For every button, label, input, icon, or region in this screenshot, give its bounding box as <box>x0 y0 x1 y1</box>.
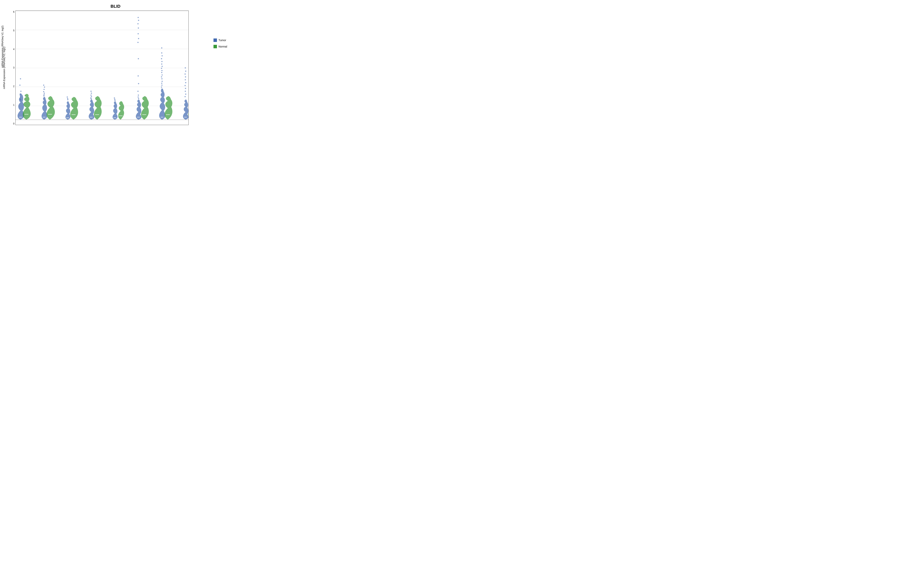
svg-point-32 <box>114 99 115 100</box>
svg-point-81 <box>185 93 186 95</box>
legend-normal-label: Normal <box>218 45 227 48</box>
y-tick-0: 0 <box>13 122 15 125</box>
svg-point-33 <box>114 100 115 101</box>
svg-point-40 <box>137 33 139 34</box>
svg-point-57 <box>162 66 163 67</box>
svg-point-72 <box>185 67 186 68</box>
y-tick-1: 1 <box>13 104 15 106</box>
svg-point-15 <box>43 95 44 97</box>
svg-point-65 <box>161 83 162 84</box>
legend-tumor: Tumor <box>213 39 227 42</box>
svg-point-48 <box>137 97 139 98</box>
svg-point-27 <box>90 91 92 92</box>
svg-point-77 <box>185 82 186 83</box>
svg-point-4 <box>20 97 21 98</box>
svg-point-11 <box>44 89 45 90</box>
svg-point-73 <box>185 71 186 72</box>
svg-point-23 <box>90 95 92 96</box>
svg-point-39 <box>138 27 139 29</box>
chart-title: BLID <box>0 0 231 11</box>
svg-point-69 <box>161 47 162 48</box>
svg-point-78 <box>184 85 186 86</box>
svg-point-75 <box>185 76 186 77</box>
svg-point-42 <box>137 42 139 43</box>
svg-point-12 <box>43 91 44 92</box>
svg-point-53 <box>162 55 163 56</box>
svg-point-68 <box>161 89 163 90</box>
svg-point-52 <box>161 52 162 53</box>
svg-point-47 <box>138 95 139 96</box>
svg-point-80 <box>185 91 186 92</box>
legend-normal: Normal <box>213 45 227 48</box>
y-tick-3: 3 <box>13 66 15 69</box>
svg-point-19 <box>67 98 68 99</box>
y-tick-2: 2 <box>13 85 15 88</box>
svg-point-6 <box>20 99 21 100</box>
svg-point-24 <box>91 96 92 97</box>
svg-point-62 <box>161 76 162 77</box>
svg-point-74 <box>184 74 186 75</box>
legend: Tumor Normal <box>213 39 227 48</box>
svg-point-36 <box>137 17 139 18</box>
svg-point-76 <box>185 79 186 81</box>
svg-point-3 <box>19 93 21 95</box>
svg-point-2 <box>20 91 21 92</box>
svg-point-59 <box>161 70 163 71</box>
svg-point-43 <box>138 58 139 59</box>
svg-point-79 <box>185 88 186 89</box>
svg-point-56 <box>161 63 162 64</box>
svg-point-46 <box>137 91 139 92</box>
svg-point-67 <box>161 87 162 88</box>
svg-point-54 <box>161 58 162 59</box>
svg-point-38 <box>137 23 139 24</box>
legend-normal-box <box>213 45 217 48</box>
chart-area: BLCA BRCA COAD HNSC KICH KIRC LUAD LUSC … <box>15 11 189 125</box>
svg-point-82 <box>184 96 186 97</box>
svg-point-49 <box>138 98 139 99</box>
svg-point-18 <box>66 97 68 98</box>
svg-point-31 <box>114 97 115 98</box>
y-axis-label: mRNA Expression (RNASeq V2, log2) <box>3 47 6 89</box>
y-tick-6: 6 <box>13 11 15 13</box>
y-axis-label-wrapper: mRNA Expression (RNASeq V2, log2) <box>3 11 6 125</box>
svg-point-1 <box>19 85 20 86</box>
legend-tumor-box <box>213 39 217 42</box>
svg-point-14 <box>44 94 45 95</box>
y-tick-4: 4 <box>13 48 15 51</box>
svg-point-13 <box>44 93 45 94</box>
svg-point-28 <box>91 93 92 94</box>
svg-point-61 <box>162 74 163 76</box>
chart-container: BLID mRNA Expression (RNASeq V2, log2) 6… <box>0 0 231 144</box>
svg-point-37 <box>138 20 139 21</box>
svg-point-0 <box>20 78 21 79</box>
svg-point-58 <box>161 68 162 69</box>
svg-point-66 <box>161 85 163 86</box>
svg-point-55 <box>161 61 163 62</box>
svg-point-45 <box>138 83 139 84</box>
svg-point-41 <box>138 38 139 39</box>
svg-point-64 <box>162 81 163 82</box>
svg-point-20 <box>67 99 68 100</box>
svg-point-9 <box>43 85 44 86</box>
legend-tumor-label: Tumor <box>218 39 226 42</box>
svg-point-60 <box>161 72 162 73</box>
y-tick-5: 5 <box>13 29 15 32</box>
svg-point-26 <box>90 98 92 100</box>
svg-point-63 <box>161 78 163 79</box>
svg-point-10 <box>44 87 45 88</box>
violin-plot <box>16 11 189 125</box>
svg-point-44 <box>137 76 139 77</box>
